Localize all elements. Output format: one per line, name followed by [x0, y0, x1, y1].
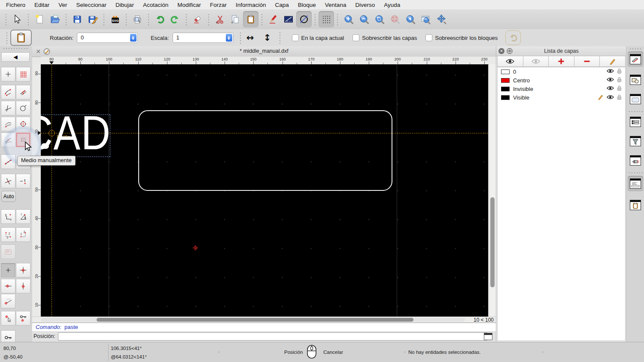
stepper-icon[interactable] — [226, 34, 232, 42]
eye-icon[interactable] — [607, 77, 614, 82]
grid-toggle-button[interactable] — [319, 11, 334, 27]
clipboard-widget-button[interactable] — [628, 197, 643, 213]
restrict-vertical-button[interactable] — [16, 279, 30, 293]
layer-color-swatch[interactable] — [501, 87, 510, 91]
svg-export-button[interactable]: SVG — [107, 11, 123, 27]
set-relative-zero-button[interactable] — [1, 311, 15, 326]
zoom-selection-button[interactable] — [387, 11, 403, 27]
zoom-window-button[interactable] — [418, 11, 434, 27]
menu-dibujar[interactable]: Dibujar — [115, 2, 134, 8]
cut-button[interactable]: + — [212, 11, 228, 27]
menu-seleccionar[interactable]: Seleccionar — [76, 2, 107, 8]
angle-snap-button[interactable] — [1, 294, 15, 308]
print-preview-button[interactable] — [130, 11, 145, 27]
layer-panel-titlebar[interactable]: ✕ Lista de capas — [496, 46, 626, 56]
keyboard-toggle-icon[interactable] — [484, 333, 492, 340]
layer-color-swatch[interactable] — [501, 95, 510, 100]
undo-paste-button[interactable] — [505, 30, 521, 45]
entity-list-widget-button[interactable] — [628, 114, 643, 130]
edit-layer-button[interactable] — [600, 56, 626, 67]
menu-capa[interactable]: Capa — [275, 2, 289, 8]
scrollbar-thumb[interactable] — [490, 197, 495, 287]
show-all-layers-button[interactable] — [497, 56, 523, 67]
menu-informacion[interactable]: Información — [236, 2, 266, 8]
zoom-pan-button[interactable] — [434, 11, 449, 27]
open-file-button[interactable] — [47, 11, 63, 27]
eraser-button[interactable] — [190, 11, 205, 27]
corner-snap-1-button[interactable]: 12 — [1, 227, 15, 242]
line-tool-button[interactable] — [281, 11, 296, 27]
pen-toolbar-widget-button[interactable] — [628, 153, 643, 168]
paste-button[interactable] — [243, 11, 258, 27]
stepper-icon[interactable] — [130, 34, 137, 42]
layer-list-widget-button[interactable] — [628, 51, 643, 67]
ellipse-tool-button[interactable] — [296, 11, 312, 27]
selection-filter-widget-button[interactable] — [628, 133, 643, 149]
dock-handle[interactable] — [629, 48, 642, 50]
pointer-button[interactable] — [9, 11, 25, 27]
layer-row-invisible[interactable]: Invisible — [498, 84, 625, 93]
hide-all-layers-button[interactable] — [523, 56, 549, 67]
remove-layer-button[interactable] — [574, 56, 600, 67]
snap-on-entity-button[interactable] — [16, 85, 30, 100]
zoom-out-button[interactable] — [356, 11, 372, 27]
zoom-in-button[interactable] — [341, 11, 356, 27]
coordinate-cartesian-button[interactable]: yx — [1, 209, 15, 224]
restrict-indicator-button[interactable] — [1, 244, 15, 259]
menu-diverso[interactable]: Diverso — [355, 2, 375, 8]
eye-icon[interactable] — [607, 95, 614, 100]
scale-combobox[interactable]: 1 — [173, 33, 234, 43]
checkbox-overwrite-layers[interactable]: Sobrescribir las capas — [352, 34, 417, 41]
save-as-button[interactable] — [85, 11, 100, 27]
checkbox-overwrite-blocks[interactable]: Sobreescribir los bloques — [425, 34, 498, 41]
flip-horizontal-button[interactable]: ↔ — [244, 31, 257, 44]
menu-bloque[interactable]: Bloque — [298, 2, 316, 8]
menu-ventana[interactable]: Ventana — [325, 2, 346, 8]
layer-row-visible[interactable]: Visible — [498, 93, 625, 102]
layer-row-centro[interactable]: Centro — [498, 76, 625, 84]
restrict-orthogonal-button[interactable] — [16, 263, 30, 278]
menu-editar[interactable]: Editar — [34, 2, 49, 8]
scrollbar-thumb[interactable] — [97, 318, 413, 322]
snap-circle-button[interactable] — [16, 101, 30, 115]
rounded-rectangle-entity[interactable] — [138, 110, 392, 191]
zoom-previous-button[interactable] — [403, 11, 418, 27]
new-file-button[interactable] — [32, 11, 47, 27]
snap-free-button[interactable] — [1, 67, 15, 81]
draw-pencil-button[interactable] — [265, 11, 281, 27]
restrict-nothing-button[interactable] — [1, 263, 15, 278]
menu-modificar[interactable]: Modificar — [177, 2, 201, 8]
rotation-combobox[interactable]: 0 — [77, 33, 138, 43]
layer-color-swatch[interactable] — [501, 69, 510, 74]
command-line-widget-button[interactable] — [628, 176, 643, 191]
corner-snap-2-button[interactable]: 12 — [16, 227, 30, 242]
palette-handle[interactable] — [3, 48, 29, 50]
menu-forzar[interactable]: Forzar — [210, 2, 227, 8]
toolbar-handle[interactable] — [6, 32, 8, 44]
horizontal-scrollbar[interactable] — [41, 318, 465, 322]
zoom-auto-button[interactable] — [372, 11, 387, 27]
block-list-widget-button[interactable] — [628, 72, 643, 87]
save-button[interactable] — [70, 11, 85, 27]
checkbox-current-layer[interactable]: En la capa actual — [292, 34, 344, 41]
lock-icon[interactable] — [617, 85, 622, 91]
snap-endpoints-button[interactable] — [1, 85, 15, 100]
snap-intersection-button[interactable] — [1, 174, 15, 188]
snap-grid-button[interactable] — [16, 67, 30, 81]
menu-fichero[interactable]: Fichero — [6, 2, 25, 8]
menu-ver[interactable]: Ver — [58, 2, 67, 8]
redo-button[interactable] — [167, 11, 183, 27]
eye-icon[interactable] — [607, 69, 614, 73]
snap-perpendicular-button[interactable] — [1, 101, 15, 115]
copy-button[interactable]: + — [228, 11, 243, 27]
drawing-canvas[interactable]: Rejilla CAD — [41, 64, 488, 317]
pencil-icon[interactable] — [598, 94, 604, 100]
lock-icon[interactable] — [617, 94, 622, 100]
checkbox-icon[interactable] — [352, 34, 359, 41]
position-input[interactable] — [58, 332, 487, 341]
library-widget-button[interactable] — [628, 91, 643, 107]
paste-tool-button[interactable] — [10, 30, 32, 46]
undo-button[interactable] — [152, 11, 167, 27]
lock-icon[interactable] — [617, 68, 622, 74]
restrict-horizontal-button[interactable] — [1, 279, 15, 293]
